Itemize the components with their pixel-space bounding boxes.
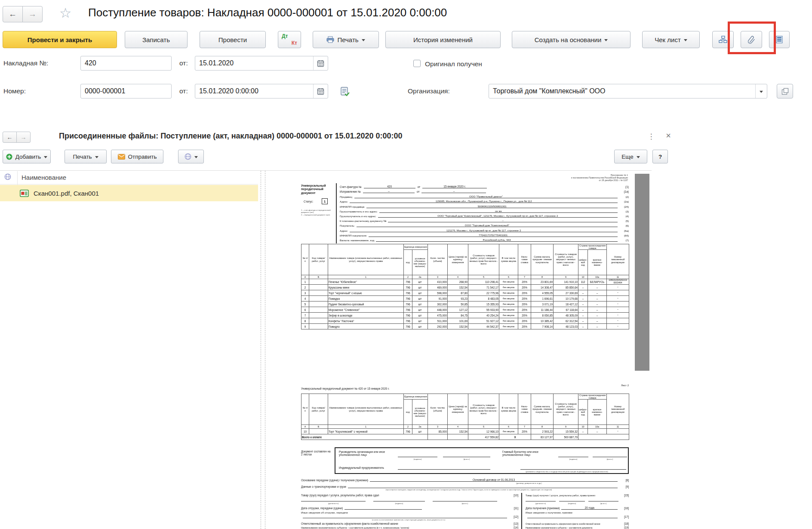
scan-cell: Наименование товара (описание выполненны… (328, 394, 404, 425)
scan-cell: 3 (428, 425, 448, 429)
scan-cell: – (607, 301, 629, 307)
scan-cell: 4 (448, 275, 468, 279)
scan-requisite-value: ООО "Торговый дом "Комплексный" (357, 224, 618, 227)
scan-cell: 20% (518, 307, 531, 313)
scan-cell: 302,000 (428, 301, 448, 307)
scan-cell: шт (412, 429, 428, 434)
scan-cell: – (578, 313, 588, 318)
scan-cell: 7 (518, 275, 531, 279)
scan-cell: 417 559,82 (468, 434, 499, 440)
scan-sign-line (433, 498, 497, 501)
scan-cell: без акциза (499, 279, 518, 285)
scan-cell: 2 (301, 285, 309, 290)
scan-cell: Стоимость товаров (работ, услуг), имущес… (554, 244, 578, 275)
scan-requisite-value: Российский рубль, 643 (376, 238, 618, 242)
scan-cell: 23 801,69 (531, 279, 554, 285)
scan-page2-header: Универсальный передаточный документ № 42… (301, 387, 390, 390)
scan-cell: 796 (404, 296, 412, 301)
scan-resp-line-right: Ответственный за правильность оформления… (526, 521, 629, 525)
scan-cell: 44 542,37 (468, 324, 499, 329)
scan-head-label: Руководитель организации или иное уполно… (339, 450, 393, 456)
scan-cell: 1 (301, 279, 309, 285)
scan-cell: без акциза (499, 296, 518, 301)
scan-cell: 48 305,09 (554, 313, 578, 318)
scan-cell: 7 908,14 (531, 324, 554, 329)
scan-cell: шт (412, 324, 428, 329)
scan-signature-box: Руководитель организации или иное уполно… (335, 447, 629, 474)
scan-cell: Сумма налога, предъяв- ляемая покупателю (531, 394, 554, 425)
scan-mark: [13] (509, 522, 518, 525)
scan-cell (309, 285, 328, 290)
scan-cell: – (607, 324, 629, 329)
scan-cell: – (607, 313, 629, 318)
scan-cell (309, 301, 328, 307)
scan-invoice-line: Счет-фактура № 420 от 15 января 2020 г. … (340, 184, 629, 188)
scan-cell: 93,23 (448, 296, 468, 301)
scan-sign-caption: (подпись) (398, 458, 437, 460)
scan-items-table-page1: № п/пКод товара/ работ, услугНаименовани… (301, 244, 629, 329)
scan-cell: Стоимость товаров (работ, услуг), имущес… (468, 394, 499, 425)
scan-doc-sheets-note: Документ составлен на 2 листах (301, 450, 332, 456)
scan-requisite-value: ООО "Торговый дом "Комплексный", 121170,… (378, 214, 618, 218)
scan-passed-label: Товар (груз) передал / услуги, результат… (301, 494, 379, 497)
scan-cell: 10а (588, 425, 607, 429)
scan-doc-type: Универсальный передаточный документ (301, 184, 335, 195)
scan-cell: – (607, 296, 629, 301)
scan-requisite-line: Грузополучатель и его адрес: ООО "Торгов… (340, 213, 629, 218)
scan-cell: Единица измерения (404, 244, 428, 250)
scan-other-ship-note: (ссылки на неотъемлемые приложения, сопу… (310, 519, 508, 521)
scan-entity-label: Наименование экономического субъекта – с… (526, 526, 592, 529)
scan-requisite-value: 129085, Московская обл., Пушкинский р-н,… (350, 200, 618, 203)
scan-cell: 11 (607, 275, 629, 279)
scan-ip-label: Индивидуальный предприниматель (339, 466, 384, 469)
scan-cell: 51 927,12 (468, 318, 499, 324)
scan-cell: 3 (301, 290, 309, 296)
scan-requisite-label: Адрес: (340, 200, 348, 203)
scan-cell: 10 385,42 (531, 318, 554, 324)
scan-cell (309, 318, 328, 324)
scan-cell: Повидло (328, 324, 404, 329)
scan-cell: – (607, 318, 629, 324)
scan-mark: [11] (509, 507, 518, 510)
scan-cell: 10 179,66 (554, 296, 578, 301)
scan-cell: шт (412, 313, 428, 318)
scan-cell: 11 (607, 425, 629, 429)
scan-requisite-line: К платежно-расчетному документу № – (5) (340, 218, 629, 222)
scan-basis-value: Основной договор от 01.06.2013 (370, 478, 618, 482)
scan-cell: 11 186,44 (531, 307, 554, 313)
scan-cell: 84,75 (448, 313, 468, 318)
scan-cell: 48 123,03 (554, 324, 578, 329)
scan-cell: Единица измерения (404, 394, 428, 400)
scan-cell: В том числе сумма акциза (499, 394, 518, 425)
scan-cell: 796 (404, 279, 412, 285)
scan-cell: 15 355,93 (468, 301, 499, 307)
scan-requisite-value: ООО "Правильный диалог" (354, 195, 618, 198)
scan-cell: 9 (554, 275, 578, 279)
scan-resp-line: Ответственный за правильность оформления… (301, 521, 518, 525)
scan-cell: Круассаны мини (328, 285, 404, 290)
scan-cell: 2а (412, 275, 428, 279)
scan-mark: (6) (619, 224, 629, 227)
scan-cell: 4 555,05 (531, 290, 554, 296)
scan-requisite-value: он же (379, 209, 618, 213)
scan-cell: Б (309, 275, 328, 279)
scan-items-table-page2: № п/пКод товара/ работ, услугНаименовани… (301, 394, 629, 440)
scan-cell: – (588, 318, 607, 324)
scan-cell: 796 (404, 307, 412, 313)
scan-other-ship-line: [12] (301, 514, 518, 518)
scan-sign-line (588, 498, 618, 501)
scan-requisite-label: ИНН/КПП продавца: (340, 205, 365, 208)
scan-cell (448, 434, 468, 440)
scan-cell: 448,000 (428, 307, 448, 313)
scan-other-recv-label: Иные сведения о получении, приемке (526, 511, 572, 514)
scan-transport-line: Данные о транспортировке и грузе [9] (301, 484, 629, 488)
scan-correction-line: Исправление № – от – (1а) (340, 188, 629, 193)
scan-cell (309, 429, 328, 434)
scan-cell (309, 296, 328, 301)
scan-invoice-date: 15 января 2020 г. (422, 185, 487, 188)
scan-cell: – (607, 290, 629, 296)
scan-cell: 20% (518, 290, 531, 296)
scan-mark: [16] (619, 507, 629, 510)
scan-sign-line (301, 498, 366, 501)
scan-cell: – (578, 429, 588, 434)
